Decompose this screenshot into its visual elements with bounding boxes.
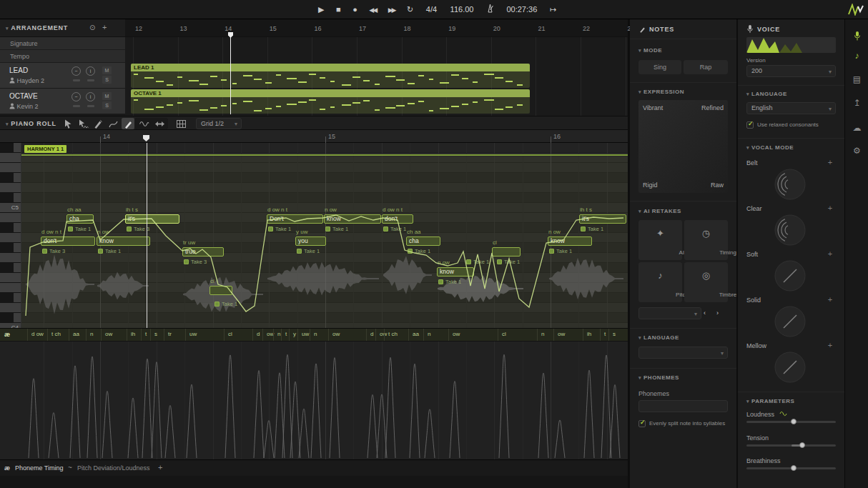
phoneme-token[interactable]: aa (413, 331, 419, 337)
mode-section-title[interactable]: MODE (643, 47, 662, 54)
phoneme-token[interactable]: uw (189, 331, 197, 337)
phoneme-boundary[interactable] (69, 329, 69, 341)
phoneme-token[interactable]: d ow (31, 331, 44, 337)
vocal-mode-knob-mellow[interactable] (774, 351, 807, 384)
phoneme-boundary[interactable] (289, 329, 290, 341)
retake-tile-all[interactable]: ✦All (638, 220, 682, 260)
phoneme-boundary[interactable] (448, 329, 449, 341)
notes-tab-icon[interactable]: ♪ (845, 51, 868, 61)
phoneme-token[interactable]: n (314, 331, 317, 337)
piano-roll-grid[interactable]: C5C4 HARMONY 1 1 ch aachaTake 1ih t sit'… (0, 143, 628, 329)
phonemes-section-title[interactable]: PHONEMES (643, 374, 679, 381)
mute-button[interactable]: M (102, 66, 112, 74)
retake-tile-timing[interactable]: ◷Timing (684, 220, 728, 260)
retake-select[interactable]: ▾ (638, 307, 701, 319)
phoneme-boundary[interactable] (310, 329, 310, 341)
phoneme-boundary[interactable] (384, 329, 385, 341)
phoneme-token[interactable]: t ch (388, 331, 398, 337)
mode-sing-button[interactable]: Sing (638, 60, 681, 74)
phoneme-token[interactable]: n (428, 331, 430, 337)
tempo-row[interactable]: Tempo (0, 50, 125, 63)
phoneme-boundary[interactable] (600, 329, 601, 341)
clip-lead-1[interactable]: LEAD 1 (131, 64, 530, 88)
slider-thumb[interactable] (791, 419, 797, 424)
parameters-section-title[interactable]: PARAMETERS (751, 398, 794, 404)
phoneme-token[interactable]: t (285, 331, 287, 337)
brush-tool[interactable] (92, 118, 104, 129)
phoneme-boundary[interactable] (273, 329, 274, 341)
ai-retakes-section-title[interactable]: AI RETAKES (643, 208, 681, 214)
phoneme-token[interactable]: n (277, 331, 280, 337)
time-signature[interactable]: 4/4 (426, 0, 437, 19)
phoneme-boundary[interactable] (127, 329, 127, 341)
phoneme-token[interactable]: ow (332, 331, 340, 337)
vocal-mode-knob-clear[interactable] (774, 214, 807, 247)
phoneme-token[interactable]: s (613, 331, 616, 337)
loop-button[interactable]: ↻ (407, 0, 413, 19)
clip-octave-1[interactable]: OCTAVE 1 (131, 89, 530, 114)
phoneme-boundary[interactable] (86, 329, 87, 341)
slider-thumb[interactable] (799, 442, 805, 448)
note-language-select[interactable]: ▾ (638, 347, 728, 359)
phoneme-token[interactable]: cl (228, 331, 232, 337)
phoneme-boundary[interactable] (328, 329, 329, 341)
retake-prev-button[interactable]: ‹ (704, 307, 714, 319)
grid-size-dropdown[interactable]: Grid 1/2▾ (196, 118, 242, 129)
phoneme-boundary[interactable] (141, 329, 142, 341)
mute-button[interactable]: M (102, 92, 112, 100)
retake-tile-timbre[interactable]: ◎Timbre (684, 262, 728, 302)
pencil-tool[interactable] (122, 118, 134, 129)
phoneme-boundary[interactable] (366, 329, 367, 341)
phoneme-token[interactable]: ow (453, 331, 460, 337)
phoneme-boundary[interactable] (297, 329, 298, 341)
tab-phoneme-timing[interactable]: Phoneme Timing (15, 464, 64, 472)
phoneme-token[interactable]: ow (558, 331, 565, 337)
phoneme-boundary[interactable] (608, 329, 609, 341)
vibrato-tool[interactable] (137, 118, 150, 129)
arrangement-ruler[interactable]: 121314151617181920212223 (125, 19, 628, 37)
vocal-mode-knob-belt[interactable] (774, 168, 807, 201)
phoneme-token[interactable]: t (145, 331, 147, 337)
forward-button[interactable]: ▶▶ (388, 1, 395, 20)
loudness-curve-icon[interactable] (779, 411, 787, 418)
add-vocal-mode-button[interactable]: + (826, 249, 834, 258)
add-vocal-mode-button[interactable]: + (826, 158, 834, 166)
voice-tab-icon[interactable] (845, 31, 868, 43)
phoneme-token[interactable]: ow (105, 331, 112, 337)
select-note-tool[interactable] (61, 118, 74, 129)
record-button[interactable]: ● (352, 0, 357, 19)
phoneme-boundary[interactable] (164, 329, 164, 341)
phoneme-boundary[interactable] (583, 329, 583, 341)
solo-button[interactable]: S (102, 76, 112, 84)
play-button[interactable]: ▶ (318, 0, 324, 19)
arrangement-settings-icon[interactable]: ⊙ (89, 24, 95, 31)
export-icon[interactable]: ↥ (845, 98, 868, 108)
mode-rap-button[interactable]: Rap (684, 60, 728, 74)
tab-pitch-deviation[interactable]: Pitch Deviation/Loudness (77, 464, 150, 472)
track-output-button[interactable]: ~ (71, 66, 81, 76)
line-tool[interactable] (107, 118, 119, 129)
phoneme-boundary[interactable] (375, 329, 376, 341)
phoneme-token[interactable]: ih (587, 331, 591, 337)
solo-button[interactable]: S (102, 101, 112, 109)
phoneme-boundary[interactable] (101, 329, 102, 341)
add-parameter-tab-button[interactable]: + (158, 463, 162, 472)
library-icon[interactable]: ▤ (845, 74, 868, 84)
expression-section-title[interactable]: EXPRESSION (643, 89, 684, 95)
parameter-slider-breathiness[interactable] (746, 467, 836, 469)
collapse-icon[interactable]: ▾ (6, 26, 9, 31)
phoneme-boundary[interactable] (252, 329, 253, 341)
retake-tile-pitch[interactable]: ♪Pitch (638, 262, 682, 302)
phonemes-input[interactable] (638, 400, 728, 412)
voice-language-select[interactable]: English▾ (746, 102, 836, 114)
phoneme-token[interactable]: aa (73, 331, 79, 337)
phoneme-boundary[interactable] (423, 329, 424, 341)
track-singer[interactable]: Kevin 2 (9, 103, 39, 110)
tempo-value[interactable]: 116.00 (450, 0, 474, 19)
phoneme-boundary[interactable] (553, 329, 554, 341)
track-octave[interactable]: OCTAVE Kevin 2 ~ i M S (0, 89, 125, 114)
phoneme-boundary[interactable] (27, 329, 28, 341)
cloud-icon[interactable]: ☁ (845, 123, 868, 133)
track-output-button[interactable]: ~ (71, 92, 81, 101)
phoneme-token[interactable]: uw (302, 331, 309, 337)
